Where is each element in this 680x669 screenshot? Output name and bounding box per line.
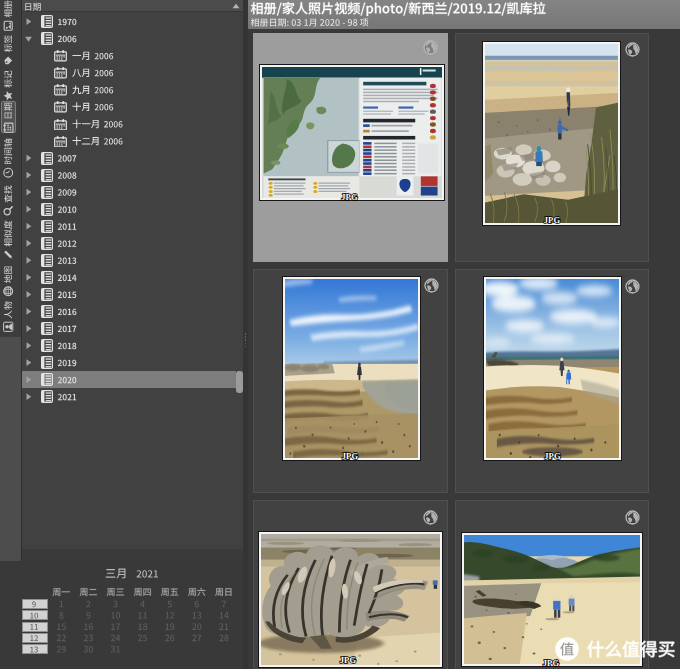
svg-text:JPG: JPG bbox=[341, 192, 358, 202]
svg-text:JPG: JPG bbox=[544, 451, 561, 461]
svg-text:JPG: JPG bbox=[340, 655, 357, 665]
svg-text:JPG: JPG bbox=[544, 215, 561, 225]
svg-text:JPG: JPG bbox=[342, 451, 359, 461]
svg-text:JPG: JPG bbox=[543, 658, 560, 668]
